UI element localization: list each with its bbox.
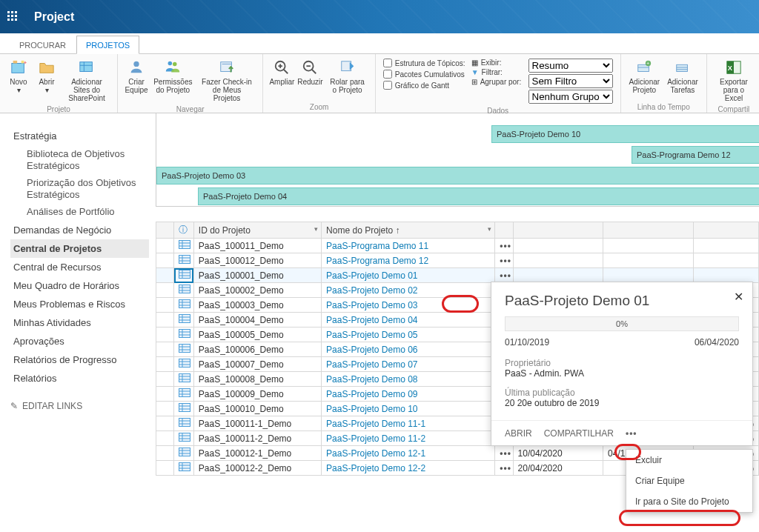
sidebar-item[interactable]: Central de Projetos <box>10 239 149 258</box>
table-row[interactable]: PaaS_100001_DemoPaaS-Projeto Demo 01••• <box>156 268 759 283</box>
sidebar-item[interactable]: Biblioteca de Objetivos Estratégicos <box>10 145 149 174</box>
row-selector[interactable] <box>156 402 174 416</box>
open-project-button[interactable]: Abrir ▾ <box>33 57 61 96</box>
zoom-out-button[interactable]: Reduzir <box>296 57 324 87</box>
row-type-icon <box>174 402 194 416</box>
cell-project-name[interactable]: PaaS-Projeto Demo 03 <box>322 298 495 313</box>
cell-project-name[interactable]: PaaS-Projeto Demo 01 <box>322 268 495 283</box>
row-selector[interactable] <box>156 313 174 327</box>
export-excel-button[interactable]: X Exportar para o Excel <box>712 57 756 104</box>
menu-go-to-site[interactable]: Ir para o Site do Projeto <box>626 491 752 512</box>
sidebar-item[interactable]: Análises de Portfólio <box>10 203 149 221</box>
header-date1[interactable] <box>513 222 603 239</box>
cumulative-label: Pacotes Cumulativos <box>395 70 465 79</box>
sidebar-item[interactable]: Meus Problemas e Riscos <box>10 295 149 313</box>
row-menu-button[interactable]: ••• <box>495 461 513 476</box>
cell-project-name[interactable]: PaaS-Projeto Demo 09 <box>322 387 495 402</box>
add-project-timeline-button[interactable]: + Adicionar Projeto <box>626 57 663 96</box>
row-menu-button[interactable]: ••• <box>495 253 513 268</box>
cell-project-name[interactable]: PaaS-Projeto Demo 12-1 <box>322 446 495 461</box>
cell-project-name[interactable]: PaaS-Projeto Demo 08 <box>322 372 495 387</box>
tab-browse[interactable]: PROCURAR <box>10 36 75 53</box>
filter-select[interactable]: Sem Filtro <box>528 74 613 88</box>
cell-project-name[interactable]: PaaS-Projeto Demo 04 <box>322 313 495 327</box>
cumulative-checkbox[interactable] <box>383 70 392 79</box>
row-selector[interactable] <box>156 298 174 313</box>
timeline-bar[interactable]: PaaS-Projeto Demo 04 <box>198 187 759 205</box>
menu-delete[interactable]: Excluir <box>626 450 752 471</box>
cell-project-name[interactable]: PaaS-Projeto Demo 11-2 <box>322 431 495 446</box>
menu-create-team[interactable]: Criar Equipe <box>626 471 752 491</box>
sidebar-item[interactable]: Demandas de Negócio <box>10 221 149 239</box>
cell-project-name[interactable]: PaaS-Projeto Demo 10 <box>322 402 495 416</box>
cell-project-name[interactable]: PaaS-Programa Demo 11 <box>322 239 495 253</box>
panel-open-button[interactable]: ABRIR <box>505 428 532 439</box>
row-selector[interactable] <box>156 342 174 357</box>
sidebar-item[interactable]: Relatórios <box>10 369 149 388</box>
cell-project-name[interactable]: PaaS-Projeto Demo 12-2 <box>322 461 495 476</box>
group-label: Agrupar por: <box>480 78 522 86</box>
sidebar-item[interactable]: Estratégia <box>10 127 149 145</box>
app-launcher-icon[interactable] <box>7 11 19 23</box>
header-project-id[interactable]: ID do Projeto▾ <box>193 222 321 239</box>
new-project-button[interactable]: ✦ Novo ▾ <box>4 57 33 96</box>
row-selector[interactable] <box>156 387 174 402</box>
panel-share-button[interactable]: COMPARTILHAR <box>544 428 614 439</box>
row-selector[interactable] <box>156 357 174 372</box>
cell-project-name[interactable]: PaaS-Projeto Demo 05 <box>322 327 495 342</box>
checkin-projects-button[interactable]: Fazer Check-in de Meus Projetos <box>196 57 259 104</box>
cell-project-name[interactable]: PaaS-Projeto Demo 06 <box>322 342 495 357</box>
row-selector[interactable] <box>156 239 174 253</box>
row-selector[interactable] <box>156 446 174 461</box>
row-menu-button[interactable]: ••• <box>495 239 513 253</box>
sidebar-item[interactable]: Priorização dos Objetivos Estratégicos <box>10 174 149 203</box>
add-sharepoint-sites-button[interactable]: Adicionar Sites do SharePoint <box>61 57 113 104</box>
header-pct[interactable] <box>693 222 758 239</box>
row-selector[interactable] <box>156 268 174 283</box>
gantt-checkbox[interactable] <box>383 81 392 90</box>
cell-project-name[interactable]: PaaS-Projeto Demo 02 <box>322 283 495 298</box>
header-select[interactable] <box>156 222 174 239</box>
cell-project-name[interactable]: PaaS-Programa Demo 12 <box>322 253 495 268</box>
cell-project-id: PaaS_100011-1_Demo <box>193 416 321 431</box>
row-selector[interactable] <box>156 416 174 431</box>
table-row[interactable]: PaaS_100011_DemoPaaS-Programa Demo 11••• <box>156 239 759 253</box>
timeline-bar[interactable]: PaaS-Programa Demo 12 <box>632 146 759 164</box>
tab-projects[interactable]: PROJETOS <box>76 36 139 54</box>
zoom-in-button[interactable]: Ampliar <box>268 57 296 87</box>
project-permissions-button[interactable]: Permissões do Projeto <box>150 57 196 96</box>
header-info[interactable]: ⓘ <box>174 222 194 239</box>
row-selector[interactable] <box>156 327 174 342</box>
scroll-to-project-button[interactable]: Rolar para o Projeto <box>324 57 370 96</box>
row-selector[interactable] <box>156 461 174 476</box>
row-selector[interactable] <box>156 253 174 268</box>
panel-more-button[interactable]: ••• <box>626 428 637 439</box>
add-tasks-button[interactable]: Adicionar Tarefas <box>663 57 702 96</box>
row-selector[interactable] <box>156 372 174 387</box>
table-row[interactable]: PaaS_100012_DemoPaaS-Programa Demo 12••• <box>156 253 759 268</box>
row-selector[interactable] <box>156 283 174 298</box>
cell-project-name[interactable]: PaaS-Projeto Demo 11-1 <box>322 416 495 431</box>
outline-checkbox[interactable] <box>383 59 392 67</box>
svg-rect-81 <box>179 433 190 442</box>
build-team-button[interactable]: Criar Equipe <box>122 57 150 96</box>
timeline-bar[interactable]: PaaS-Projeto Demo 03 <box>156 167 759 184</box>
sidebar-item[interactable]: Aprovações <box>10 332 149 350</box>
sidebar-item[interactable]: Central de Recursos <box>10 258 149 276</box>
sidebar-item[interactable]: Meu Quadro de Horários <box>10 276 149 295</box>
header-date2[interactable] <box>603 222 694 239</box>
edit-links-button[interactable]: ✎ EDITAR LINKS <box>10 401 149 411</box>
ribbon: ✦ Novo ▾ Abrir ▾ Adicionar Sites do Shar… <box>0 54 759 113</box>
row-menu-button[interactable]: ••• <box>495 268 513 283</box>
header-project-name[interactable]: Nome do Projeto ↑▾ <box>322 222 495 239</box>
sidebar-item[interactable]: Relatórios de Progresso <box>10 350 149 369</box>
row-selector[interactable] <box>156 431 174 446</box>
row-type-icon <box>174 327 194 342</box>
cell-project-name[interactable]: PaaS-Projeto Demo 07 <box>322 357 495 372</box>
timeline-bar[interactable]: PaaS-Projeto Demo 10 <box>491 125 759 143</box>
close-panel-button[interactable]: ✕ <box>734 290 743 304</box>
row-menu-button[interactable]: ••• <box>495 446 513 461</box>
show-select[interactable]: Resumo <box>528 59 613 73</box>
sidebar-item[interactable]: Minhas Atividades <box>10 313 149 332</box>
group-select[interactable]: Nenhum Grupo <box>528 90 613 104</box>
